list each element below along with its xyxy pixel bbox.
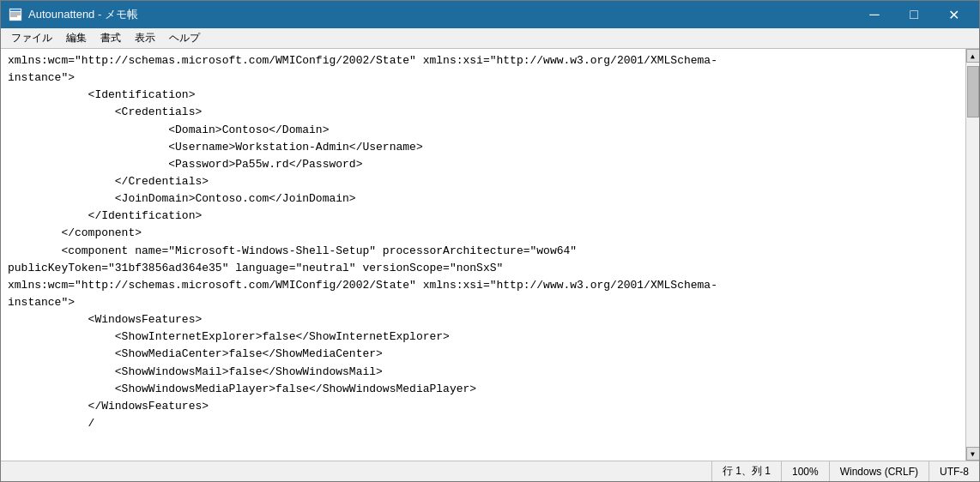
zoom-level: 100% [781, 461, 829, 481]
menu-file[interactable]: ファイル [4, 29, 59, 47]
maximize-button[interactable]: □ [895, 3, 933, 27]
menu-format[interactable]: 書式 [94, 29, 128, 47]
main-window: Autounattend - メモ帳 ─ □ ✕ ファイル 編集 書式 表示 ヘ… [0, 0, 980, 482]
line-ending: Windows (CRLF) [829, 461, 929, 481]
cursor-position: 行 1、列 1 [711, 461, 781, 481]
app-icon [8, 7, 23, 22]
text-content: xmlns:wcm="http://schemas.microsoft.com/… [1, 49, 965, 461]
menu-view[interactable]: 表示 [128, 29, 162, 47]
text-editor[interactable]: xmlns:wcm="http://schemas.microsoft.com/… [1, 49, 965, 461]
scroll-thumb[interactable] [967, 66, 979, 117]
editor-area: xmlns:wcm="http://schemas.microsoft.com/… [1, 49, 979, 461]
scroll-up-button[interactable]: ▲ [966, 49, 980, 63]
window-controls: ─ □ ✕ [856, 3, 972, 27]
vertical-scrollbar[interactable]: ▲ ▼ [965, 49, 979, 461]
menu-help[interactable]: ヘルプ [162, 29, 207, 47]
encoding: UTF-8 [929, 461, 979, 481]
scroll-down-button[interactable]: ▼ [966, 447, 980, 461]
menu-bar: ファイル 編集 書式 表示 ヘルプ [1, 28, 979, 49]
menu-edit[interactable]: 編集 [59, 29, 94, 47]
minimize-button[interactable]: ─ [856, 3, 893, 27]
window-title: Autounattend - メモ帳 [28, 7, 856, 22]
scroll-track[interactable] [966, 63, 979, 447]
close-button[interactable]: ✕ [935, 3, 972, 27]
svg-rect-1 [10, 9, 21, 11]
title-bar: Autounattend - メモ帳 ─ □ ✕ [1, 1, 979, 28]
status-bar: 行 1、列 1 100% Windows (CRLF) UTF-8 [1, 461, 979, 481]
